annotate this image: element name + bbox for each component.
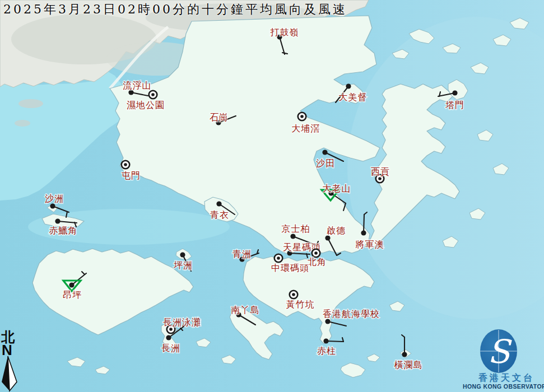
station-dot-icon	[322, 150, 327, 155]
station-label: 青洲	[233, 249, 252, 259]
station-label: 北角	[308, 256, 327, 267]
wind-barb-line	[364, 214, 364, 233]
station-dot-icon	[323, 338, 328, 343]
station-label: 黃竹坑	[286, 299, 315, 310]
wind-barb-line	[326, 341, 343, 342]
station-label: 坪洲	[174, 260, 193, 270]
station-dot-icon	[402, 352, 407, 357]
station-dot-icon	[166, 335, 171, 340]
station-label: 沙田	[316, 158, 335, 169]
station-label: 啟德	[327, 225, 346, 236]
station-label: 塔門	[445, 100, 464, 110]
map-canvas: 打鼓嶺流浮山濕地公園石崗大美督塔門大埔滘沙田西貢大老山屯門沙洲赤鱲角青衣京士柏啟…	[0, 0, 544, 392]
station-label: 打鼓嶺	[270, 27, 299, 38]
hko-logo-english: HONG KONG OBSERVATORY	[463, 383, 544, 390]
calm-dot-icon	[378, 177, 382, 180]
station-label: 西貢	[371, 166, 390, 177]
station-dot-icon	[55, 218, 60, 223]
station-label: 南丫島	[231, 305, 260, 315]
station-label: 沙洲	[45, 193, 64, 204]
station-label: 昂坪	[63, 290, 82, 300]
station-dot-icon	[69, 282, 74, 287]
station-dot-icon	[325, 235, 330, 240]
station-label: 濕地公園	[127, 100, 165, 110]
station-label: 大老山	[323, 183, 351, 194]
wind-map-page: 打鼓嶺流浮山濕地公園石崗大美督塔門大埔滘沙田西貢大老山屯門沙洲赤鱲角青衣京士柏啟…	[0, 0, 544, 392]
map-title: 2025年3月23日02時00分的十分鐘平均風向及風速	[3, 1, 347, 18]
station-dot-icon	[452, 90, 457, 95]
calm-dot-icon	[124, 163, 127, 166]
station-dot-icon	[290, 234, 295, 239]
station-dot-icon	[180, 252, 185, 257]
station-label: 中環碼頭	[271, 263, 309, 273]
station-label: 橫瀾島	[394, 360, 423, 370]
station-label: 屯門	[122, 170, 141, 181]
station-label: 赤鱲角	[49, 225, 78, 236]
station-label: 長洲	[161, 343, 180, 353]
station-dot-icon	[346, 83, 351, 88]
compass-north-letter: N	[2, 342, 12, 358]
station-label: 流浮山	[123, 80, 152, 91]
calm-dot-icon	[300, 115, 304, 118]
station-dot-icon	[50, 203, 55, 208]
calm-dot-icon	[169, 328, 173, 331]
station-dot-icon	[216, 201, 221, 206]
station-label: 長洲泳灘	[163, 317, 201, 328]
calm-dot-icon	[277, 256, 280, 260]
station-label: 將軍澳	[356, 239, 384, 250]
calm-dot-icon	[151, 93, 155, 96]
hko-logo-swirl: S	[487, 333, 512, 371]
calm-dot-icon	[314, 251, 318, 255]
station-label: 香港航海學校	[323, 309, 380, 319]
station-label: 京士柏	[282, 223, 310, 234]
hko-logo-chinese: 香港天文台	[478, 372, 534, 383]
station-label: 石崗	[210, 112, 229, 123]
calm-dot-icon	[292, 293, 295, 296]
station-label: 赤柱	[317, 346, 336, 356]
station-label: 大美督	[339, 92, 368, 102]
station-dot-icon	[361, 230, 366, 235]
station-label: 大埔滘	[292, 123, 320, 134]
station-dot-icon	[325, 319, 330, 324]
station-label: 青衣	[210, 209, 229, 220]
